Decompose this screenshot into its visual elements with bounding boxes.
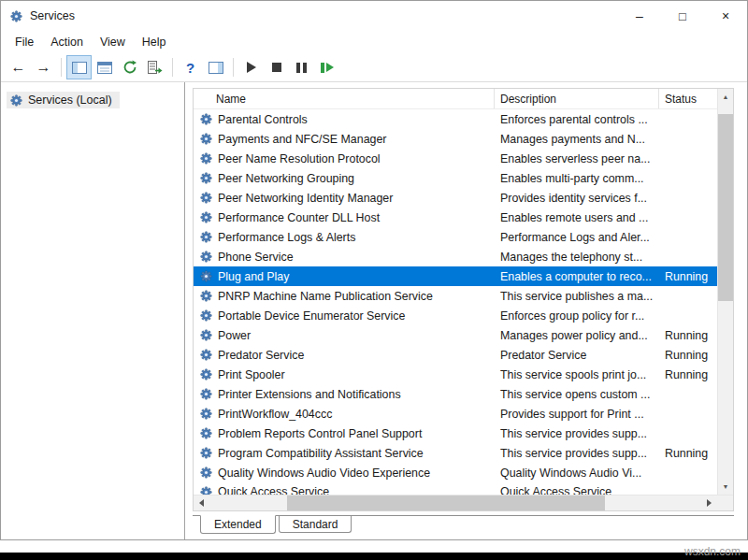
- column-header-name[interactable]: Name: [194, 89, 495, 108]
- service-row[interactable]: Peer Networking Grouping Enables multi-p…: [194, 168, 719, 188]
- back-button[interactable]: ←: [7, 56, 30, 79]
- service-row[interactable]: Payments and NFC/SE Manager Manages paym…: [194, 129, 719, 149]
- column-header-description[interactable]: Description: [495, 89, 659, 108]
- service-row[interactable]: Portable Device Enumerator Service Enfor…: [194, 306, 719, 325]
- vertical-scrollbar[interactable]: ▲ ▼: [717, 89, 733, 495]
- service-gear-icon: [200, 133, 212, 145]
- service-name-cell: Peer Name Resolution Protocol: [194, 152, 495, 165]
- service-name: Printer Extensions and Notifications: [218, 388, 401, 401]
- list-header: Name Description Status: [194, 89, 733, 109]
- scroll-right-icon: [707, 499, 712, 507]
- service-name: Quick Access Service: [218, 482, 329, 495]
- bottom-strip: [0, 553, 748, 560]
- service-status: Running: [659, 329, 719, 342]
- column-header-status[interactable]: Status: [659, 89, 717, 108]
- service-row[interactable]: PNRP Machine Name Publication Service Th…: [194, 286, 719, 306]
- service-description: Manages the telephony st...: [495, 251, 659, 264]
- service-row[interactable]: Parental Controls Enforces parental cont…: [194, 109, 719, 129]
- service-name: Problem Reports Control Panel Support: [218, 427, 422, 440]
- help-button[interactable]: ?: [179, 56, 202, 79]
- maximize-button[interactable]: □: [661, 1, 704, 31]
- stop-icon: [272, 63, 281, 72]
- service-row[interactable]: Phone Service Manages the telephony st..…: [194, 247, 719, 266]
- refresh-button[interactable]: [118, 56, 141, 79]
- scroll-up-button[interactable]: ▲: [718, 89, 733, 105]
- scroll-down-button[interactable]: ▼: [718, 479, 733, 495]
- pause-icon: [296, 63, 307, 73]
- scroll-left-button[interactable]: [194, 495, 209, 510]
- menu-help[interactable]: Help: [134, 33, 175, 51]
- service-row[interactable]: PrintWorkflow_404ccc Provides support fo…: [194, 404, 719, 424]
- services-window: Services – □ × File Action View Help ← →…: [0, 0, 748, 540]
- service-name: Program Compatibility Assistant Service: [218, 447, 424, 460]
- service-name-cell: Printer Extensions and Notifications: [194, 388, 495, 401]
- service-description: Quality Windows Audio Vi...: [495, 467, 659, 480]
- properties-button[interactable]: [93, 56, 116, 79]
- service-row[interactable]: Performance Counter DLL Host Enables rem…: [194, 208, 719, 227]
- service-description: Manages power policy and...: [495, 329, 659, 342]
- vertical-scroll-thumb[interactable]: [718, 114, 733, 301]
- forward-button[interactable]: →: [32, 56, 55, 79]
- service-description: This service spools print jo...: [495, 368, 659, 381]
- restart-icon: [321, 63, 334, 73]
- service-gear-icon: [200, 152, 212, 165]
- show-action-pane-button[interactable]: [204, 56, 227, 79]
- toolbar: ← → ?: [1, 53, 747, 82]
- scroll-left-icon: [199, 499, 204, 507]
- service-name-cell: Performance Counter DLL Host: [194, 211, 495, 224]
- menu-action[interactable]: Action: [42, 33, 92, 51]
- horizontal-scrollbar[interactable]: [194, 495, 733, 510]
- service-row[interactable]: Quality Windows Audio Video Experience Q…: [194, 463, 719, 482]
- service-gear-icon: [200, 388, 212, 400]
- start-icon: [247, 62, 256, 73]
- service-description: Manages payments and N...: [495, 133, 659, 146]
- help-icon: ?: [186, 61, 194, 75]
- tab-standard[interactable]: Standard: [279, 516, 352, 533]
- watermark: wsxdn.com: [684, 545, 741, 558]
- pause-service-button[interactable]: [290, 56, 313, 79]
- menu-view[interactable]: View: [92, 33, 134, 51]
- service-name-cell: Phone Service: [194, 251, 495, 264]
- service-row[interactable]: Program Compatibility Assistant Service …: [194, 443, 719, 463]
- service-description: Quick Access Service: [495, 482, 659, 495]
- tab-extended[interactable]: Extended: [200, 515, 276, 534]
- menubar: File Action View Help: [1, 31, 747, 53]
- minimize-button[interactable]: –: [618, 1, 661, 31]
- service-row[interactable]: Peer Networking Identity Manager Provide…: [194, 188, 719, 208]
- show-console-tree-button[interactable]: [67, 56, 91, 79]
- service-row[interactable]: Peer Name Resolution Protocol Enables se…: [194, 149, 719, 168]
- service-status: Running: [659, 368, 719, 381]
- service-status: Running: [659, 447, 719, 460]
- service-gear-icon: [200, 329, 212, 341]
- service-row[interactable]: Quick Access Service Quick Access Servic…: [194, 482, 719, 495]
- service-name-cell: Problem Reports Control Panel Support: [194, 427, 495, 440]
- start-service-button[interactable]: [239, 56, 263, 79]
- horizontal-scroll-thumb[interactable]: [287, 495, 605, 510]
- service-name-cell: Plug and Play: [194, 270, 495, 283]
- scroll-right-button[interactable]: [701, 495, 717, 510]
- service-name: Print Spooler: [218, 368, 285, 381]
- menu-file[interactable]: File: [7, 33, 42, 51]
- service-description: This service opens custom ...: [495, 388, 659, 401]
- service-status: Running: [659, 270, 719, 283]
- close-button[interactable]: ×: [704, 1, 747, 31]
- services-list: Name Description Status Parental Control…: [193, 88, 734, 511]
- service-row[interactable]: Printer Extensions and Notifications Thi…: [194, 384, 719, 404]
- service-description: Provides identity services f...: [495, 192, 659, 205]
- service-name: Plug and Play: [218, 270, 289, 283]
- refresh-icon: [122, 60, 137, 75]
- tree-item-services-local[interactable]: Services (Local): [7, 92, 120, 108]
- restart-service-button[interactable]: [315, 56, 338, 79]
- toolbar-separator: [233, 58, 234, 77]
- service-row[interactable]: Problem Reports Control Panel Support Th…: [194, 424, 719, 443]
- service-name-cell: Payments and NFC/SE Manager: [194, 133, 495, 146]
- service-row[interactable]: Predator Service Predator Service Runnin…: [194, 345, 719, 365]
- service-gear-icon: [200, 172, 212, 184]
- export-list-button[interactable]: [143, 56, 166, 79]
- service-row[interactable]: Power Manages power policy and... Runnin…: [194, 325, 719, 345]
- stop-service-button[interactable]: [265, 56, 288, 79]
- service-description: Enables multi-party comm...: [495, 172, 659, 185]
- service-row[interactable]: Plug and Play Enables a computer to reco…: [194, 266, 719, 286]
- service-row[interactable]: Print Spooler This service spools print …: [194, 365, 719, 384]
- service-row[interactable]: Performance Logs & Alerts Performance Lo…: [194, 227, 719, 247]
